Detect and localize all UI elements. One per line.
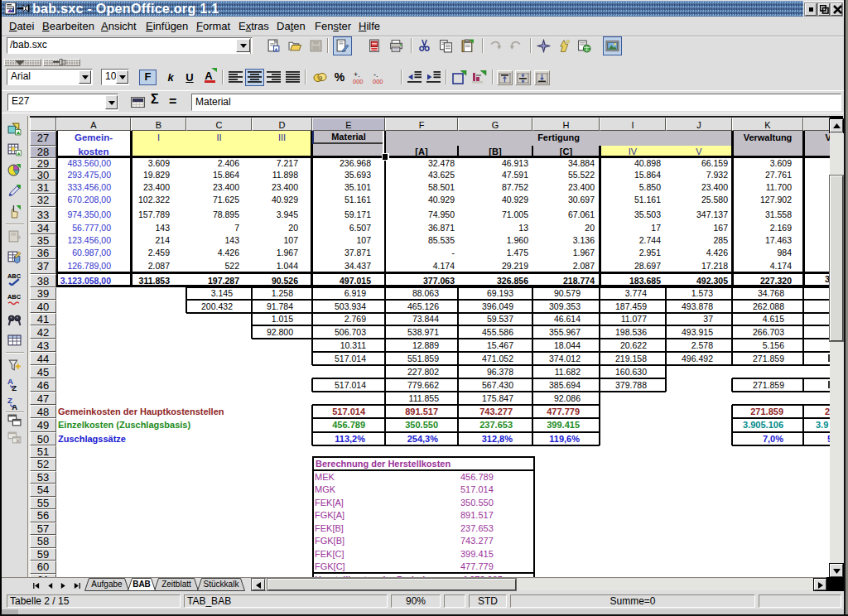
svg-text:9: 9 [319, 75, 323, 82]
svg-text:ABC: ABC [7, 292, 22, 300]
svg-text:ABC: ABC [7, 272, 22, 279]
svg-text:000: 000 [373, 78, 383, 85]
svg-text:000: 000 [353, 78, 364, 85]
